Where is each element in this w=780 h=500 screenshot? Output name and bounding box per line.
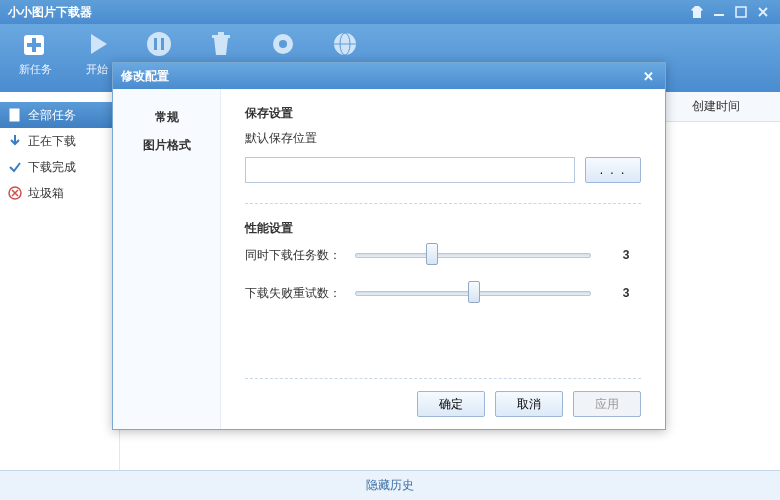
svg-rect-0 [714, 14, 724, 16]
dialog-main: 保存设置 默认保存位置 . . . 性能设置 同时下载任务数： 3 下载失败重试… [221, 89, 665, 429]
ok-button[interactable]: 确定 [417, 391, 485, 417]
divider [245, 378, 641, 379]
retry-slider[interactable] [355, 283, 591, 303]
dialog-nav: 常规 图片格式 [113, 89, 221, 429]
svg-rect-8 [212, 35, 230, 38]
default-location-label: 默认保存位置 [245, 130, 641, 147]
svg-rect-1 [736, 7, 746, 17]
retry-value: 3 [611, 286, 641, 300]
maximize-button[interactable] [732, 5, 750, 19]
sidebar: 全部任务 正在下载 下载完成 垃圾箱 [0, 92, 120, 470]
sidebar-item-downloading[interactable]: 正在下载 [0, 128, 119, 154]
settings-dialog: 修改配置 ✕ 常规 图片格式 保存设置 默认保存位置 . . . 性能设置 同时… [112, 62, 666, 430]
nav-general[interactable]: 常规 [113, 103, 220, 131]
sidebar-item-completed[interactable]: 下载完成 [0, 154, 119, 180]
col-created: 创建时间 [692, 98, 740, 115]
svg-rect-4 [27, 43, 41, 47]
sidebar-label: 下载完成 [28, 159, 76, 176]
footer-label: 隐藏历史 [366, 477, 414, 494]
svg-point-11 [279, 40, 287, 48]
globe-icon [329, 28, 361, 60]
new-task-icon [19, 28, 51, 60]
save-path-input[interactable] [245, 157, 575, 183]
svg-rect-6 [154, 38, 157, 50]
close-icon: ✕ [643, 69, 654, 84]
gear-icon [267, 28, 299, 60]
svg-rect-15 [10, 109, 19, 121]
skin-icon[interactable] [688, 5, 706, 19]
concurrent-value: 3 [611, 248, 641, 262]
new-task-button[interactable]: 新任务 [10, 28, 60, 92]
sidebar-item-trash[interactable]: 垃圾箱 [0, 180, 119, 206]
concurrent-slider[interactable] [355, 245, 591, 265]
trash-icon [205, 28, 237, 60]
document-icon [8, 108, 22, 122]
download-icon [8, 134, 22, 148]
dialog-titlebar: 修改配置 ✕ [113, 63, 665, 89]
pause-icon [143, 28, 175, 60]
play-icon [81, 28, 113, 60]
new-task-label: 新任务 [19, 62, 52, 77]
dialog-title: 修改配置 [121, 68, 169, 85]
slider-thumb[interactable] [426, 243, 438, 265]
cancel-button[interactable]: 取消 [495, 391, 563, 417]
apply-button[interactable]: 应用 [573, 391, 641, 417]
titlebar: 小小图片下载器 [0, 0, 780, 24]
sidebar-label: 全部任务 [28, 107, 76, 124]
nav-image-format[interactable]: 图片格式 [113, 131, 220, 159]
sidebar-item-all-tasks[interactable]: 全部任务 [0, 102, 119, 128]
dialog-close-button[interactable]: ✕ [639, 68, 657, 84]
slider-thumb[interactable] [468, 281, 480, 303]
start-label: 开始 [86, 62, 108, 77]
divider [245, 203, 641, 204]
retry-label: 下载失败重试数： [245, 285, 355, 302]
delete-circle-icon [8, 186, 22, 200]
perf-section-title: 性能设置 [245, 220, 641, 237]
svg-rect-7 [161, 38, 164, 50]
app-title: 小小图片下载器 [8, 4, 92, 21]
svg-point-5 [147, 32, 171, 56]
save-section-title: 保存设置 [245, 105, 641, 122]
browse-button[interactable]: . . . [585, 157, 641, 183]
close-button[interactable] [754, 5, 772, 19]
hide-history-link[interactable]: 隐藏历史 [0, 470, 780, 500]
minimize-button[interactable] [710, 5, 728, 19]
sidebar-label: 正在下载 [28, 133, 76, 150]
check-icon [8, 160, 22, 174]
concurrent-label: 同时下载任务数： [245, 247, 355, 264]
sidebar-label: 垃圾箱 [28, 185, 64, 202]
svg-rect-9 [218, 32, 224, 35]
